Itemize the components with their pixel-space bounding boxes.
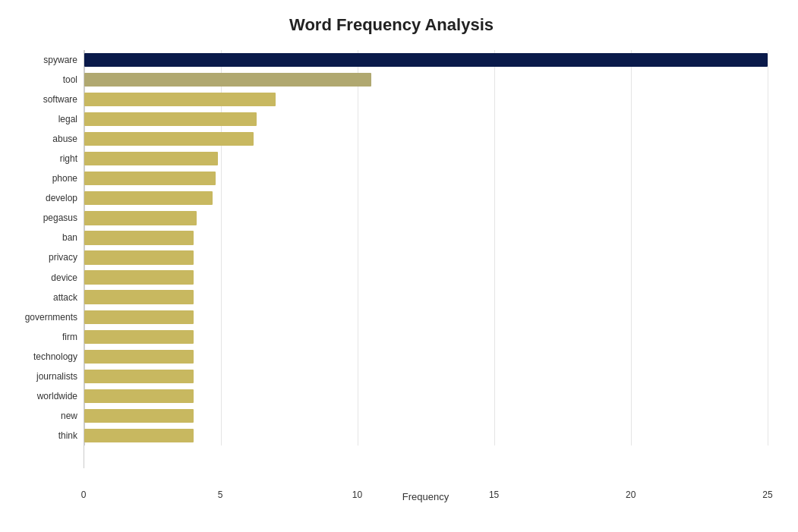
y-label-governments: governments — [15, 307, 84, 327]
bar-row-new — [84, 406, 768, 426]
x-tick-10: 10 — [352, 490, 362, 500]
bar-row-governments — [84, 307, 768, 327]
bar-row-pegasus — [84, 208, 768, 228]
bar-worldwide — [84, 389, 194, 403]
bar-pegasus — [84, 211, 197, 225]
bar-legal — [84, 112, 257, 126]
x-tick-0: 0 — [81, 490, 87, 500]
bar-row-device — [84, 268, 768, 288]
bar-row-think — [84, 426, 768, 445]
y-label-phone: phone — [15, 168, 84, 188]
bar-device — [84, 270, 194, 284]
bar-row-attack — [84, 288, 768, 307]
x-axis: 0510152025 — [84, 485, 768, 500]
y-label-technology: technology — [15, 347, 84, 367]
y-label-attack: attack — [15, 288, 84, 307]
y-label-journalists: journalists — [15, 367, 84, 386]
y-label-device: device — [15, 268, 84, 288]
bar-spyware — [84, 53, 768, 67]
bar-row-right — [84, 149, 768, 168]
y-label-abuse: abuse — [15, 129, 84, 149]
bar-row-legal — [84, 109, 768, 129]
bar-software — [84, 93, 276, 106]
y-label-software: software — [15, 90, 84, 109]
bar-phone — [84, 172, 216, 185]
y-label-ban: ban — [15, 228, 84, 247]
bar-journalists — [84, 370, 194, 383]
x-tick-25: 25 — [762, 490, 772, 500]
bar-row-abuse — [84, 129, 768, 149]
bar-tool — [84, 73, 371, 87]
y-label-pegasus: pegasus — [15, 208, 84, 228]
bar-technology — [84, 350, 194, 364]
y-label-spyware: spyware — [15, 50, 84, 70]
y-label-firm: firm — [15, 327, 84, 347]
y-label-new: new — [15, 406, 84, 426]
x-tick-5: 5 — [218, 490, 223, 500]
bars-container — [84, 50, 768, 468]
y-label-tool: tool — [15, 70, 84, 90]
grid-line-25 — [768, 50, 768, 445]
y-label-privacy: privacy — [15, 247, 84, 267]
chart-title: Word Frequency Analysis — [15, 15, 768, 35]
bar-row-develop — [84, 188, 768, 208]
bar-row-ban — [84, 228, 768, 247]
bar-firm — [84, 330, 194, 344]
bar-row-software — [84, 90, 768, 109]
bar-governments — [84, 310, 194, 324]
bar-row-firm — [84, 327, 768, 347]
bar-abuse — [84, 132, 254, 146]
bar-row-phone — [84, 168, 768, 188]
bar-think — [84, 429, 194, 442]
y-label-legal: legal — [15, 109, 84, 129]
bar-attack — [84, 290, 194, 304]
bar-develop — [84, 191, 213, 205]
bar-row-privacy — [84, 247, 768, 267]
chart-area: spywaretoolsoftwarelegalabuserightphoned… — [15, 50, 768, 468]
y-label-develop: develop — [15, 188, 84, 208]
y-axis: spywaretoolsoftwarelegalabuserightphoned… — [15, 50, 84, 468]
chart-container: Word Frequency Analysis spywaretoolsoftw… — [0, 0, 798, 532]
bar-privacy — [84, 250, 194, 264]
y-label-worldwide: worldwide — [15, 386, 84, 406]
bar-row-journalists — [84, 367, 768, 386]
y-label-think: think — [15, 426, 84, 445]
bar-row-technology — [84, 347, 768, 367]
x-tick-20: 20 — [626, 490, 636, 500]
bar-ban — [84, 231, 194, 244]
bar-right — [84, 152, 218, 165]
x-tick-15: 15 — [489, 490, 499, 500]
bar-row-tool — [84, 70, 768, 90]
bar-new — [84, 409, 194, 423]
bar-row-spyware — [84, 50, 768, 70]
bar-row-worldwide — [84, 386, 768, 406]
plot-area: Frequency — [84, 50, 768, 468]
y-label-right: right — [15, 149, 84, 168]
